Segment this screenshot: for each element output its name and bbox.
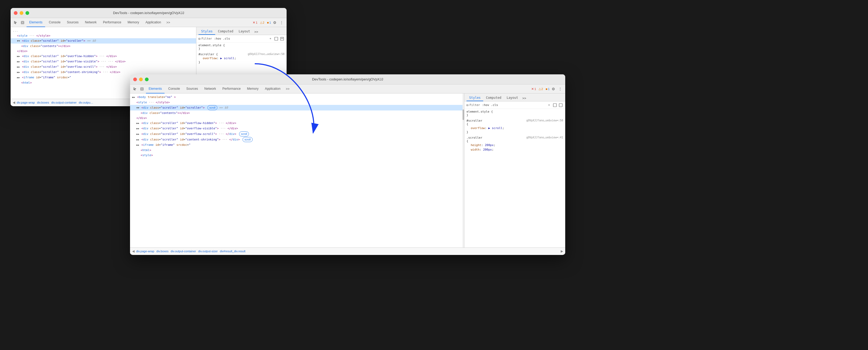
hov-toggle-2[interactable]: + — [547, 103, 551, 108]
settings-icon-2[interactable]: ⚙ — [551, 86, 556, 92]
element-row-overflow-hidden[interactable]: ▶ <div class="scroller" id="overflow-hid… — [11, 54, 196, 59]
styles-tab-computed-1[interactable]: Computed — [215, 28, 236, 35]
element-row-content-shrinking[interactable]: ▶ <div class="scroller" id="content-shri… — [11, 69, 196, 75]
styles-tabs-1: Styles Computed Layout >> — [196, 27, 287, 35]
styles-tab-styles-1[interactable]: Styles — [198, 28, 215, 35]
element-row-style-2[interactable]: <style ··· </style> — [130, 100, 464, 105]
more-tabs-1[interactable]: >> — [165, 20, 172, 25]
breadcrumb-arrow-left-1[interactable]: ◀ — [13, 100, 15, 105]
element-row-body-2[interactable]: ▶ <body translate="no" > — [130, 94, 464, 100]
breadcrumb-item-2-2[interactable]: div.boxes — [156, 250, 168, 253]
element-row-style2-2[interactable]: <style> — [130, 153, 464, 158]
scrollbar-track-2[interactable] — [463, 93, 464, 247]
element-row-overflow-visible[interactable]: ▶ <div class="scroller" id="overflow-vis… — [11, 59, 196, 64]
style-selector-scroller-2: #scroller gOVpXJJ?ano…ue&view=:50 — [466, 119, 563, 122]
element-row-overflow-hidden-2[interactable]: ▶ <div class="scroller" id="overflow-hid… — [130, 121, 464, 126]
styles-filter-bar-1: ⊟ Filter + — [196, 35, 287, 42]
tab-performance-2[interactable]: Performance — [220, 84, 243, 93]
indent-toggle-1[interactable] — [280, 36, 284, 41]
breadcrumb-item-2-5[interactable]: div#result_div.result — [220, 250, 245, 253]
styles-tab-styles-2[interactable]: Styles — [466, 95, 483, 101]
styles-tab-layout-2[interactable]: Layout — [504, 95, 521, 101]
box-model-icon-2[interactable] — [139, 86, 145, 92]
maximize-button-2[interactable] — [145, 78, 149, 81]
element-row-iframe-2[interactable]: ▶ <iframe id="iframe" srcdoc=" — [130, 142, 464, 148]
element-row-overflow-scroll[interactable]: ▶ <div class="scroller" id="overflow-scr… — [11, 64, 196, 69]
breadcrumb-arrow-right-2[interactable]: ▶ — [561, 250, 563, 253]
devtools-window-2: DevTools - codepen.io/sofiayem/pen/gOVpX… — [130, 75, 565, 255]
tab-application-1[interactable]: Application — [143, 18, 164, 27]
style-selector-element-2: element.style { — [466, 110, 563, 113]
window-title-2: DevTools - codepen.io/sofiayem/pen/gOVpX… — [312, 77, 383, 81]
element-row-contents-2[interactable]: <div class="contents"></div> — [130, 111, 464, 116]
tab-elements-2[interactable]: Elements — [146, 84, 164, 93]
cursor-icon-2[interactable] — [132, 86, 138, 92]
styles-tab-computed-2[interactable]: Computed — [483, 95, 504, 101]
styles-tabs-2: Styles Computed Layout >> — [464, 93, 565, 101]
minimize-button-2[interactable] — [139, 78, 143, 81]
breadcrumb-item-1-2[interactable]: div.boxes — [37, 101, 49, 104]
tab-network-2[interactable]: Network — [202, 84, 219, 93]
svg-rect-8 — [553, 104, 556, 107]
cls-toggle-2[interactable] — [553, 103, 557, 108]
minimize-button-1[interactable] — [20, 11, 23, 15]
element-row-scroller[interactable]: ▼ <div class="scroller" id="scroller"> =… — [11, 38, 196, 43]
styles-content-2[interactable]: element.style { } #scroller gOVpXJJ?ano…… — [464, 109, 565, 247]
error-badge-1: ✕ 1 — [253, 21, 257, 24]
elements-content-2[interactable]: ▶ <body translate="no" > <style ··· </st… — [130, 93, 464, 247]
styles-filter-bar-2: ⊟ Filter + — [464, 101, 565, 109]
element-row-overflow-scroll-2[interactable]: ▶ <div class="scroller" id="overflow-scr… — [130, 131, 464, 137]
element-row-scroller-2[interactable]: ▼ <div class="scroller" id="scroller"> s… — [130, 105, 464, 111]
scrollbar-thumb-2[interactable] — [463, 109, 464, 120]
box-model-icon[interactable] — [20, 20, 26, 26]
tab-memory-1[interactable]: Memory — [125, 18, 142, 27]
element-row-html-2[interactable]: <html> — [130, 148, 464, 153]
more-options-icon-1[interactable]: ⋮ — [279, 20, 284, 25]
element-row-contents[interactable]: <div class="contents"></div> — [11, 43, 196, 49]
style-rule-scroller-class-2: .scroller gOVpXJJ?ano…ue&view=:41 { heig… — [466, 136, 563, 152]
styles-tab-layout-1[interactable]: Layout — [236, 28, 253, 35]
tab-application-2[interactable]: Application — [262, 84, 283, 93]
tab-console-1[interactable]: Console — [46, 18, 63, 27]
tab-console-2[interactable]: Console — [165, 84, 183, 93]
breadcrumb-item-1-3[interactable]: div.output-container — [51, 101, 77, 104]
element-row-closediv2[interactable]: </div> — [130, 116, 464, 121]
breadcrumb-item-1-1[interactable]: div.page-wrap — [17, 101, 35, 104]
more-tabs-2[interactable]: >> — [284, 87, 291, 91]
cursor-icon[interactable] — [13, 20, 19, 26]
tab-network-1[interactable]: Network — [82, 18, 99, 27]
element-row-content-shrinking-2[interactable]: ▶ <div class="scroller" id="content-shri… — [130, 137, 464, 142]
close-button-1[interactable] — [14, 11, 18, 15]
devtools-toolbar-2: Elements Console Sources Network Perform… — [130, 84, 565, 93]
tab-memory-2[interactable]: Memory — [244, 84, 261, 93]
filter-input-2[interactable] — [482, 103, 546, 107]
styles-more-tabs-1[interactable]: >> — [253, 29, 260, 35]
more-options-icon-2[interactable]: ⋮ — [557, 86, 563, 92]
titlebar-2: DevTools - codepen.io/sofiayem/pen/gOVpX… — [130, 75, 565, 84]
indent-toggle-2[interactable] — [558, 103, 563, 108]
settings-icon-1[interactable]: ⚙ — [272, 20, 278, 25]
tab-sources-2[interactable]: Sources — [184, 84, 200, 93]
styles-more-tabs-2[interactable]: >> — [521, 95, 528, 101]
tab-elements-1[interactable]: Elements — [27, 18, 45, 27]
element-row-ellipsis[interactable]: ... — [11, 28, 196, 33]
cls-toggle-1[interactable] — [274, 36, 279, 41]
close-button-2[interactable] — [133, 78, 137, 81]
warn-badge-1: △ 2 — [260, 21, 264, 24]
breadcrumb-item-2-1[interactable]: div.page-wrap — [136, 250, 154, 253]
element-row-overflow-visible-2[interactable]: ▶ <div class="scroller" id="overflow-vis… — [130, 126, 464, 131]
element-row-style[interactable]: <style ··· </style> — [11, 33, 196, 38]
window-controls-1 — [14, 11, 29, 15]
breadcrumb-item-2-4[interactable]: div.output-sizer — [198, 250, 218, 253]
maximize-button-1[interactable] — [26, 11, 29, 15]
element-row-closediv1[interactable]: </div> — [11, 49, 196, 54]
style-open-scroller-class-2: { — [466, 139, 563, 143]
hov-toggle-1[interactable]: + — [268, 36, 273, 41]
tab-sources-1[interactable]: Sources — [64, 18, 81, 27]
breadcrumb-item-1-4[interactable]: div.outpu… — [79, 101, 93, 104]
breadcrumb-item-2-3[interactable]: div.output-container — [170, 250, 196, 253]
tab-performance-1[interactable]: Performance — [100, 18, 124, 27]
style-prop-overflow-2: overflow: ▶ scroll; — [466, 126, 563, 130]
filter-input-1[interactable] — [214, 37, 267, 40]
breadcrumb-arrow-left-2[interactable]: ◀ — [132, 250, 134, 253]
